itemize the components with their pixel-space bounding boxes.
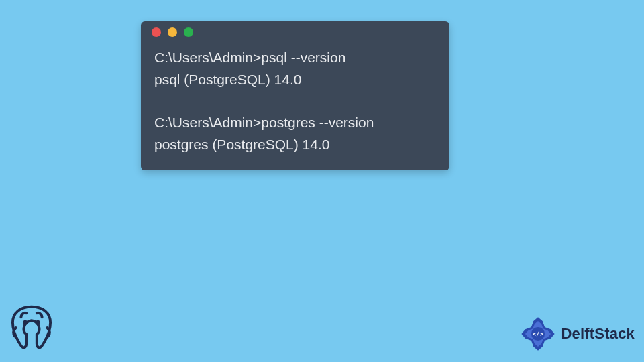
terminal-window: C:\Users\Admin>psql --version psql (Post… bbox=[141, 21, 449, 170]
svg-text:</>: </> bbox=[533, 330, 543, 337]
terminal-line: postgres (PostgreSQL) 14.0 bbox=[154, 134, 436, 156]
terminal-output: C:\Users\Admin>psql --version psql (Post… bbox=[141, 43, 449, 170]
delftstack-logo-icon: </> bbox=[519, 315, 557, 353]
delftstack-label: DelftStack bbox=[561, 325, 635, 343]
close-icon[interactable] bbox=[152, 27, 161, 37]
postgresql-logo-icon bbox=[5, 302, 58, 354]
svg-point-0 bbox=[24, 322, 26, 324]
terminal-line: C:\Users\Admin>postgres --version bbox=[154, 112, 436, 134]
minimize-icon[interactable] bbox=[168, 27, 177, 37]
window-titlebar bbox=[141, 21, 449, 43]
delftstack-brand: </> DelftStack bbox=[519, 315, 635, 353]
svg-point-1 bbox=[37, 322, 39, 324]
terminal-line: psql (PostgreSQL) 14.0 bbox=[154, 69, 436, 91]
maximize-icon[interactable] bbox=[184, 27, 193, 37]
terminal-blank-line bbox=[154, 90, 436, 112]
terminal-line: C:\Users\Admin>psql --version bbox=[154, 47, 436, 69]
